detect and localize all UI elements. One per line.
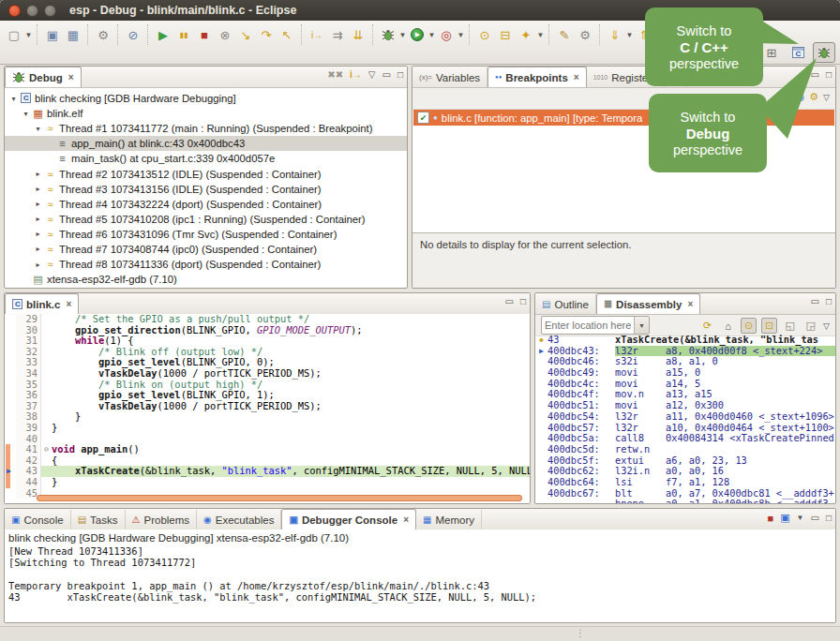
maximize-icon[interactable]: □: [398, 69, 403, 80]
new-view-icon[interactable]: ◱: [782, 318, 798, 334]
breakpoint-actions-icon[interactable]: ⚙: [809, 91, 818, 103]
minimize-icon[interactable]: ▭: [811, 69, 819, 80]
tree-row[interactable]: ▸≈Thread #8 1073411336 (dport) (Suspende…: [5, 257, 407, 272]
location-input[interactable]: [542, 320, 634, 331]
drop-to-frame-icon[interactable]: ⇊: [348, 23, 368, 46]
tree-row[interactable]: ▤xtensa-esp32-elf-gdb (7.10): [5, 272, 407, 287]
view-menu-icon[interactable]: ▽: [823, 93, 830, 102]
tab-close-icon[interactable]: ×: [68, 72, 74, 82]
disassembly-body[interactable]: ◆43xTaskCreate(&blink_task, "blink_tas▶4…: [535, 335, 835, 503]
dropdown-arrow-icon[interactable]: ▼: [398, 23, 407, 46]
minimize-icon[interactable]: ▭: [811, 296, 819, 306]
editor-line[interactable]: ▶43 xTaskCreate(&blink_task, "blink_task…: [5, 466, 530, 477]
pin-view-icon[interactable]: ◲: [802, 318, 818, 334]
open-perspective-button[interactable]: ⊞: [760, 42, 783, 63]
view-menu-icon[interactable]: ▽: [368, 69, 376, 80]
tree-row[interactable]: ▾▦blink.elf: [5, 106, 407, 121]
window-minimize-button[interactable]: [26, 5, 38, 17]
save-all-icon[interactable]: ▦: [63, 23, 83, 46]
home-icon[interactable]: ⌂: [720, 318, 736, 334]
disassembly-source-line[interactable]: ◆43xTaskCreate(&blink_task, "blink_tas: [535, 335, 835, 346]
tab-tasks[interactable]: ▤Tasks: [71, 510, 126, 529]
window-maximize-button[interactable]: [44, 5, 56, 17]
expand-arrow-icon[interactable]: ▸: [33, 200, 43, 208]
tab-debug[interactable]: Debug×: [5, 67, 82, 87]
expand-arrow-icon[interactable]: ▸: [33, 261, 43, 269]
tree-row[interactable]: ▸≈Thread #5 1073410208 (ipc1 : Running) …: [5, 212, 407, 227]
minimize-icon[interactable]: ▭: [505, 296, 514, 306]
disassembly-row[interactable]: 400dbc64:lsif7, a1, 128: [535, 477, 835, 488]
tab-disassembly[interactable]: ≣Disassembly×: [596, 293, 700, 314]
editor-body[interactable]: 29 /* Set the GPIO as a push/pull output…: [5, 314, 530, 503]
step-into-icon[interactable]: ↘: [235, 23, 256, 46]
skip-all-breakpoints-icon[interactable]: ⊘: [123, 23, 143, 46]
link-with-debug-icon[interactable]: ◉: [796, 92, 804, 102]
expand-arrow-icon[interactable]: ▾: [21, 110, 31, 118]
tab-close-icon[interactable]: ×: [403, 514, 409, 525]
tab-blink.c[interactable]: Cblink.c×: [5, 293, 79, 314]
console-dropdown-icon[interactable]: ▼: [797, 514, 804, 522]
minimize-icon[interactable]: ▭: [811, 513, 819, 523]
disassembly-row[interactable]: 400dbc54:l32ra11, 0x400d0460 <_stext+109…: [535, 411, 835, 423]
maximize-icon[interactable]: □: [826, 296, 832, 306]
tree-row[interactable]: ▸≈Thread #6 1073431096 (Tmr Svc) (Suspen…: [5, 227, 407, 242]
tree-row[interactable]: ▸≈Thread #4 1073432224 (dport) (Suspende…: [5, 197, 407, 212]
minimize-icon[interactable]: ▭: [382, 69, 391, 80]
tab-close-icon[interactable]: ×: [687, 299, 693, 309]
horizontal-scrollbar[interactable]: [37, 495, 522, 501]
tab-close-icon[interactable]: ×: [66, 299, 71, 309]
format-icon[interactable]: ✎: [554, 23, 575, 46]
tab-memory[interactable]: ▦Memory: [416, 510, 482, 529]
external-tools-icon[interactable]: ✦: [516, 23, 536, 46]
build-icon[interactable]: ⚙: [93, 23, 113, 46]
terminate-icon[interactable]: ■: [194, 23, 215, 46]
last-edit-location-icon[interactable]: ⇓: [605, 23, 625, 46]
open-element-icon[interactable]: ⊙: [474, 23, 495, 46]
line-number[interactable]: 29: [16, 314, 40, 325]
tree-row[interactable]: ▾≈Thread #1 1073411772 (main : Running) …: [5, 121, 407, 136]
location-combo[interactable]: ▼: [541, 316, 650, 335]
expand-arrow-icon[interactable]: ▾: [8, 95, 19, 103]
dropdown-arrow-icon[interactable]: ▼: [24, 23, 33, 46]
step-return-icon[interactable]: ↖: [277, 23, 297, 46]
line-number[interactable]: 44: [16, 477, 40, 488]
terminate-console-icon[interactable]: ■: [768, 513, 774, 524]
save-icon[interactable]: ▣: [42, 23, 63, 46]
open-resource-icon[interactable]: ⊟: [495, 23, 516, 46]
disconnect-icon[interactable]: ⊗: [215, 23, 235, 46]
tree-row[interactable]: ▸≈Thread #2 1073413512 (IDLE) (Suspended…: [5, 166, 407, 181]
tree-row[interactable]: ▾Cblink checking [GDB Hardware Debugging…: [5, 91, 407, 106]
tab-console[interactable]: ▣Console: [5, 510, 71, 529]
tree-row[interactable]: ▸≈Thread #7 1073408744 (ipc0) (Suspended…: [5, 242, 407, 257]
cpp-perspective-button[interactable]: C: [787, 42, 809, 63]
dropdown-arrow-icon[interactable]: ▼: [428, 23, 436, 46]
instruction-stepping-toggle-icon[interactable]: i→: [350, 69, 362, 80]
tab-executables[interactable]: ◉Executables: [197, 510, 281, 529]
breakpoint-row[interactable]: ✔ ● blink.c [function: app_main] [type: …: [413, 110, 834, 126]
new-wizard-icon[interactable]: ▢: [4, 23, 24, 46]
expand-arrow-icon[interactable]: ▸: [33, 170, 43, 178]
maximize-icon[interactable]: □: [826, 513, 832, 523]
tab-outline[interactable]: ▤Outline: [535, 294, 596, 314]
console-body[interactable]: blink checking [GDB Hardware Debugging] …: [5, 529, 835, 622]
editor-line[interactable]: 38 }: [5, 411, 530, 423]
run-icon[interactable]: ▶: [407, 23, 428, 46]
instruction-stepping-icon[interactable]: i→: [307, 23, 327, 46]
maximize-icon[interactable]: □: [520, 296, 526, 306]
tab-breakpoints[interactable]: ●●Breakpoints×: [488, 67, 587, 87]
disassembly-row[interactable]: bnonea0, a1, 0x400dbc8b <__adddf3: [535, 499, 835, 503]
debug-launch-icon[interactable]: [378, 23, 398, 46]
profile-icon[interactable]: ◎: [436, 23, 457, 46]
build-settings-icon[interactable]: ⚙: [575, 23, 595, 46]
breakpoint-checkbox[interactable]: ✔: [417, 112, 429, 124]
expand-arrow-icon[interactable]: ▸: [33, 185, 43, 193]
disassembly-row[interactable]: 400dbc49:movia15, 0: [535, 367, 835, 379]
expand-arrow-icon[interactable]: ▸: [33, 215, 43, 223]
tree-row[interactable]: ▸≈Thread #3 1073413156 (IDLE) (Suspended…: [5, 182, 407, 197]
refresh-icon[interactable]: ⟳: [699, 318, 715, 334]
editor-line[interactable]: 37 vTaskDelay(1000 / portTICK_PERIOD_MS)…: [5, 401, 530, 412]
tree-row[interactable]: ≡app_main() at blink.c:43 0x400dbc43: [5, 136, 407, 151]
tab-problems[interactable]: ⚠Problems: [126, 510, 198, 529]
use-step-filters-icon[interactable]: ⇉: [327, 23, 348, 46]
tab-close-icon[interactable]: ×: [574, 72, 579, 82]
